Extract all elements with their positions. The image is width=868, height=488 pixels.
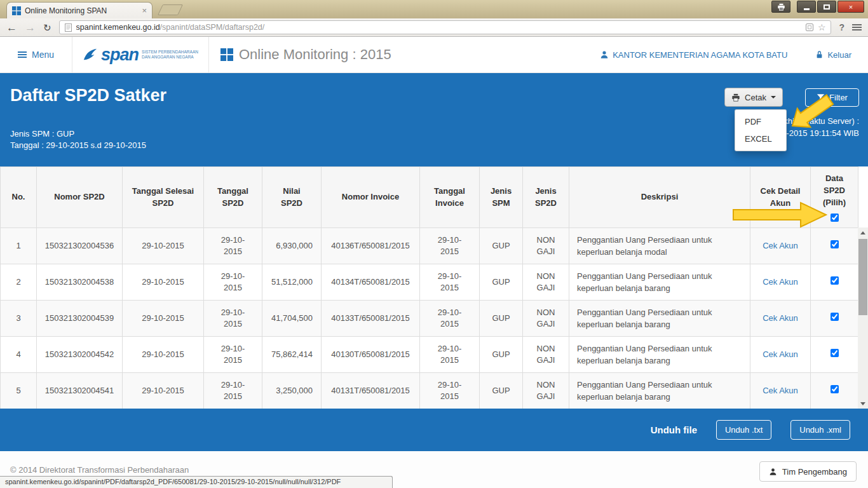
col-nomor-invoice: Nomor Invoice	[322, 167, 420, 228]
maximize-button[interactable]	[817, 1, 836, 13]
new-tab-button[interactable]	[158, 4, 183, 15]
col-tanggal-invoice: Tanggal Invoice	[420, 167, 480, 228]
app-title: Online Monitoring : 2015	[209, 46, 403, 63]
tim-pengembang-label: Tim Pengembang	[782, 467, 847, 477]
menu-button[interactable]: Menu	[0, 37, 72, 72]
screen: Online Monitoring SPAN × × ← → ↻ spanint…	[0, 0, 868, 488]
table-row: 4 150321302004542 29-10-2015 29-10-2015 …	[1, 337, 858, 373]
forward-button[interactable]: →	[25, 22, 36, 33]
table-row: 5 150321302004541 29-10-2015 29-10-2015 …	[1, 373, 858, 409]
scroll-down-icon[interactable]	[858, 398, 868, 409]
back-button[interactable]: ←	[6, 22, 17, 33]
col-nomor-sp2d: Nomor SP2D	[37, 167, 123, 228]
download-label: Unduh file	[651, 424, 697, 435]
cek-akun-link[interactable]: Cek Akun	[750, 301, 811, 337]
col-jenis-spm: Jenis SPM	[480, 167, 523, 228]
cetak-menu-pdf[interactable]: PDF	[735, 113, 786, 130]
row-checkbox[interactable]	[831, 313, 839, 321]
table-row: 1 150321302004536 29-10-2015 29-10-2015 …	[1, 228, 858, 264]
grid-icon	[220, 48, 233, 61]
logout-label: Keluar	[827, 50, 851, 60]
print-tool-icon[interactable]	[771, 1, 790, 13]
span-logo-icon	[83, 47, 98, 62]
col-tanggal-selesai: Tanggal Selesai SP2D	[123, 167, 204, 228]
cek-akun-link[interactable]: Cek Akun	[750, 337, 811, 373]
table-header-row: No. Nomor SP2D Tanggal Selesai SP2D Tang…	[1, 167, 858, 228]
user-icon	[600, 50, 609, 59]
tanggal-range-text: Tanggal : 29-10-2015 s.d 29-10-2015	[10, 140, 146, 150]
span-logo: span Sistem Perbendaharaan dan Anggaran …	[72, 45, 208, 65]
sp2d-table: No. Nomor SP2D Tanggal Selesai SP2D Tang…	[0, 166, 858, 409]
chrome-menu-icon[interactable]	[852, 24, 862, 30]
minimize-button[interactable]	[797, 1, 816, 13]
printer-icon	[731, 93, 740, 102]
cek-akun-link[interactable]: Cek Akun	[750, 373, 811, 409]
filter-button[interactable]: Filter	[805, 88, 859, 107]
row-checkbox[interactable]	[831, 385, 839, 393]
status-bar: spanint.kemenkeu.go.id/spanint/PDF/dafta…	[0, 476, 393, 488]
col-no: No.	[1, 167, 37, 228]
user-name: KANTOR KEMENTERIAN AGAMA KOTA BATU	[613, 50, 787, 60]
cetak-label: Cetak	[745, 93, 766, 102]
table-row: 3 150321302004539 29-10-2015 29-10-2015 …	[1, 301, 858, 337]
hamburger-icon	[18, 51, 27, 58]
tab-title: Online Monitoring SPAN	[25, 6, 138, 15]
logout-button[interactable]: Keluar	[815, 50, 851, 60]
team-icon	[769, 468, 777, 476]
row-checkbox[interactable]	[831, 240, 839, 248]
caret-down-icon	[771, 96, 776, 98]
url-text: spanint.kemenkeu.go.id/spanint/dataSPM/d…	[76, 23, 801, 32]
col-deskripsi: Deskripsi	[569, 167, 750, 228]
help-extension-icon[interactable]: ?	[839, 22, 844, 32]
page-title: Daftar SP2D Satker	[10, 86, 166, 105]
col-data-sp2d-pilih: Data SP2D (Pilih)	[811, 167, 858, 228]
select-all-checkbox[interactable]	[831, 214, 839, 222]
vertical-scrollbar[interactable]	[858, 227, 868, 409]
browser-titlebar: Online Monitoring SPAN × ×	[0, 0, 868, 18]
cetak-dropdown: PDF EXCEL	[735, 109, 787, 151]
unduh-txt-button[interactable]: Unduh .txt	[716, 420, 771, 440]
download-bar: Unduh file Unduh .txt Unduh .xml	[0, 409, 868, 451]
browser-tab[interactable]: Online Monitoring SPAN ×	[6, 2, 153, 18]
filter-label: Filter	[829, 93, 848, 102]
scrollbar-thumb[interactable]	[858, 239, 867, 315]
span-logo-tagline: Sistem Perbendaharaan dan Anggaran Negar…	[142, 50, 198, 60]
app-menubar: Menu span Sistem Perbendaharaan dan Angg…	[0, 37, 868, 73]
tim-pengembang-button[interactable]: Tim Pengembang	[759, 461, 857, 482]
col-cek-detail-akun: Cek Detail Akun	[750, 167, 811, 228]
cek-akun-link[interactable]: Cek Akun	[750, 228, 811, 264]
favicon-icon	[12, 6, 21, 15]
col-nilai-sp2d: Nilai SP2D	[262, 167, 322, 228]
cek-akun-link[interactable]: Cek Akun	[750, 264, 811, 301]
browser-toolbar: ← → ↻ spanint.kemenkeu.go.id/spanint/dat…	[0, 18, 868, 37]
jenis-spm-text: Jenis SPM : GUP	[10, 129, 74, 139]
row-checkbox[interactable]	[831, 276, 839, 285]
table-row: 2 150321302004538 29-10-2015 29-10-2015 …	[1, 264, 858, 301]
cetak-menu-excel[interactable]: EXCEL	[735, 130, 786, 147]
copyright-text: © 2014 Direktorat Transformasi Perbendah…	[10, 465, 189, 475]
span-logo-text: span	[101, 45, 139, 65]
row-checkbox[interactable]	[831, 349, 839, 357]
bookmark-star-icon[interactable]: ☆	[818, 23, 826, 32]
close-button[interactable]: ×	[837, 1, 864, 13]
menu-label: Menu	[32, 50, 54, 60]
address-bar[interactable]: spanint.kemenkeu.go.id/spanint/dataSPM/d…	[59, 20, 832, 34]
app-title-text: Online Monitoring : 2015	[239, 46, 391, 63]
lock-icon	[815, 50, 824, 59]
unduh-xml-button[interactable]: Unduh .xml	[790, 420, 850, 440]
page-icon	[65, 24, 72, 32]
page-header: Daftar SP2D Satker Jenis SPM : GUP Tangg…	[0, 73, 868, 166]
cetak-button[interactable]: Cetak	[724, 88, 783, 107]
page-action-icon[interactable]	[806, 24, 813, 31]
col-tanggal-sp2d: Tanggal SP2D	[204, 167, 262, 228]
filter-icon	[817, 93, 825, 102]
col-jenis-sp2d: Jenis SP2D	[523, 167, 569, 228]
reload-button[interactable]: ↻	[43, 23, 51, 32]
current-user[interactable]: KANTOR KEMENTERIAN AGAMA KOTA BATU	[600, 50, 787, 60]
tab-close-icon[interactable]: ×	[142, 6, 147, 15]
scroll-up-icon[interactable]	[858, 227, 868, 238]
